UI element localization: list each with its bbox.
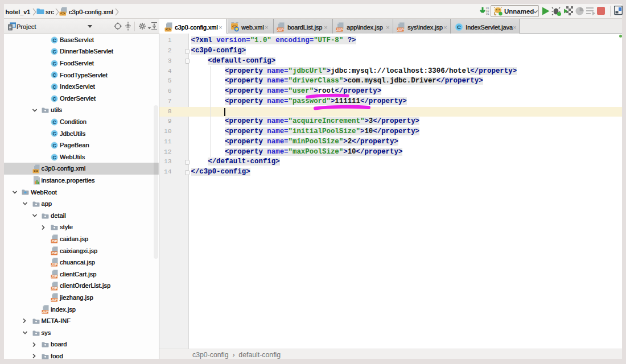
svg-text:C: C bbox=[52, 60, 56, 66]
svg-text:C: C bbox=[52, 72, 56, 78]
svg-text:<>: <> bbox=[60, 11, 65, 16]
svg-text:JSP: JSP bbox=[51, 251, 57, 255]
svg-text:JSP: JSP bbox=[51, 239, 57, 243]
svg-text:C: C bbox=[52, 49, 56, 55]
svg-text:<>: <> bbox=[166, 27, 171, 32]
svg-text:JSP: JSP bbox=[397, 28, 403, 31]
svg-text:C: C bbox=[52, 131, 56, 136]
svg-text:JSP: JSP bbox=[51, 263, 57, 267]
svg-text:C: C bbox=[52, 154, 56, 160]
svg-text:JSP: JSP bbox=[336, 28, 343, 31]
svg-text:C: C bbox=[52, 142, 56, 148]
svg-text:C: C bbox=[52, 119, 56, 125]
svg-text:JSP: JSP bbox=[42, 310, 48, 313]
svg-text:C: C bbox=[52, 96, 56, 101]
svg-text:JSP: JSP bbox=[51, 275, 57, 278]
svg-text:<>: <> bbox=[33, 169, 38, 173]
svg-text:C: C bbox=[52, 84, 56, 89]
svg-text:C: C bbox=[52, 37, 56, 43]
svg-text:C: C bbox=[457, 24, 461, 30]
svg-text:01: 01 bbox=[486, 13, 489, 15]
svg-text:JSP: JSP bbox=[51, 287, 57, 290]
svg-text:JSP: JSP bbox=[277, 28, 283, 31]
svg-text:JSP: JSP bbox=[51, 298, 57, 301]
